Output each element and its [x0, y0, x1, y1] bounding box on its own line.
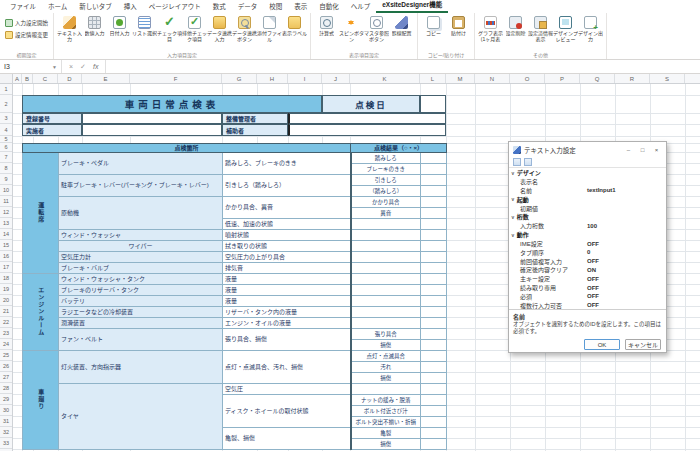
ribbon-button[interactable]: データ連携入力	[207, 15, 232, 43]
row-header[interactable]: 1	[0, 84, 12, 95]
section-cell[interactable]: 運転席	[23, 153, 59, 274]
result-extra-cell[interactable]	[421, 384, 447, 395]
column-header[interactable]: R	[615, 74, 650, 83]
column-header[interactable]: Q	[580, 74, 615, 83]
row-header[interactable]: 15	[0, 240, 12, 251]
result-header-cell[interactable]: 点検結果（○・×）	[351, 144, 447, 153]
row-header[interactable]: 30	[0, 405, 12, 416]
result-extra-cell[interactable]	[421, 230, 447, 241]
column-header[interactable]: S	[650, 74, 685, 83]
result-cell[interactable]: 異音	[351, 208, 421, 219]
dialog-title-bar[interactable]: テキスト入力設定 – □ ×	[509, 142, 666, 157]
minimize-button[interactable]: –	[623, 147, 634, 153]
ribbon-tab[interactable]: データ	[232, 0, 264, 13]
result-extra-cell[interactable]	[421, 197, 447, 208]
collapse-arrow-icon[interactable]: ∨	[511, 232, 515, 238]
result-cell[interactable]: ブレーキのきき	[351, 164, 421, 175]
item-cell[interactable]: 空気圧力計	[59, 252, 223, 263]
collapse-arrow-icon[interactable]: ∨	[511, 214, 515, 220]
row-header[interactable]: 17	[0, 262, 12, 273]
property-row[interactable]: 主キー設定OFF	[509, 274, 666, 283]
result-extra-cell[interactable]	[421, 395, 447, 406]
result-cell[interactable]: 損傷	[351, 373, 421, 384]
property-row[interactable]: 名前textInput1	[509, 186, 666, 195]
item-cell[interactable]: ファン・ベルト	[59, 329, 223, 351]
ribbon-button[interactable]: コピー	[421, 15, 446, 37]
row-header[interactable]: 33	[0, 438, 12, 449]
column-header[interactable]: O	[510, 74, 545, 83]
ribbon-button[interactable]: データ連携ボタン	[232, 15, 257, 43]
row-header[interactable]: 14	[0, 229, 12, 240]
result-cell[interactable]: 踏みしろ	[351, 153, 421, 164]
item-cell[interactable]: ウィンド・ウォッシャ	[59, 230, 223, 241]
ribbon-button[interactable]: グラフ表示(1ヶ月表示)	[478, 15, 503, 43]
ribbon-tab[interactable]: 自動化	[313, 0, 345, 13]
row-header[interactable]: 3	[0, 113, 12, 124]
ribbon-tab[interactable]: ホーム	[42, 0, 73, 13]
property-category[interactable]: ∨動作	[509, 230, 666, 239]
maximize-button[interactable]: □	[637, 147, 648, 153]
result-extra-cell[interactable]	[421, 263, 447, 274]
property-value[interactable]: 100	[584, 223, 666, 229]
row-header[interactable]: 20	[0, 295, 12, 306]
alphabetical-sort-icon[interactable]	[524, 158, 532, 166]
row-header[interactable]: 28	[0, 383, 12, 394]
result-cell[interactable]: 亀裂	[351, 428, 421, 439]
ribbon-button[interactable]: マスタ参照ボタン	[364, 15, 389, 43]
item-cell[interactable]: ラジエータなどの冷却装置	[59, 307, 223, 318]
check-point-cell[interactable]: ディスク・ホイールの取付状態	[223, 395, 351, 428]
result-cell[interactable]: 損傷	[351, 439, 421, 450]
row-header[interactable]: 29	[0, 394, 12, 405]
enter-icon[interactable]: ✓	[80, 63, 86, 71]
insert-function-icon[interactable]: fx	[93, 63, 98, 70]
item-cell[interactable]: 原動機	[59, 197, 223, 230]
result-cell[interactable]	[351, 384, 421, 395]
property-row[interactable]: 複数行入力可否OFF	[509, 301, 666, 309]
ribbon-button[interactable]: 設定情報変更	[5, 31, 48, 39]
result-extra-cell[interactable]	[421, 439, 447, 450]
column-header[interactable]: M	[446, 74, 475, 83]
ribbon-button[interactable]: 設定済情報表示	[528, 15, 553, 43]
row-header[interactable]: 32	[0, 427, 12, 438]
ribbon-tab[interactable]: ファイル	[4, 0, 42, 13]
item-cell[interactable]: ブレーキのリザーバ・タンク	[59, 285, 223, 296]
property-value[interactable]: OFF	[584, 276, 666, 282]
property-row[interactable]: IME設定OFF	[509, 239, 666, 248]
ribbon-button[interactable]: 数値入力	[82, 15, 107, 37]
result-extra-cell[interactable]	[421, 252, 447, 263]
categorized-view-icon[interactable]	[513, 158, 521, 166]
ribbon-tab[interactable]: 数式	[207, 0, 232, 13]
row-header[interactable]: 11	[0, 196, 12, 207]
check-point-cell[interactable]: リザーバ・タンク内の液量	[223, 307, 351, 318]
property-category[interactable]: ∨起動	[509, 195, 666, 204]
section-cell[interactable]: エンジンルーム	[23, 274, 59, 351]
result-cell[interactable]: 張り具合	[351, 329, 421, 340]
ribbon-button[interactable]: 計算式	[314, 15, 339, 37]
collapse-arrow-icon[interactable]: ∨	[511, 196, 515, 202]
result-cell[interactable]: 引きしろ	[351, 175, 421, 186]
result-extra-cell[interactable]	[421, 417, 447, 428]
result-extra-cell[interactable]	[421, 329, 447, 340]
result-extra-cell[interactable]	[421, 285, 447, 296]
section-cell[interactable]: 車廻り	[23, 351, 59, 450]
assistant-label-cell[interactable]: 補助者	[222, 124, 288, 136]
result-cell[interactable]	[351, 219, 421, 230]
item-cell[interactable]: ワイパー	[59, 241, 223, 252]
result-cell[interactable]	[351, 318, 421, 329]
row-header[interactable]: 27	[0, 372, 12, 383]
result-extra-cell[interactable]	[421, 362, 447, 373]
result-cell[interactable]	[351, 230, 421, 241]
result-cell[interactable]	[351, 252, 421, 263]
property-row[interactable]: 読み取り専用OFF	[509, 283, 666, 292]
empty-cell[interactable]	[420, 95, 446, 113]
column-header[interactable]: P	[545, 74, 580, 83]
property-value[interactable]: textInput1	[584, 187, 666, 193]
row-header[interactable]: 7	[0, 152, 12, 163]
result-extra-cell[interactable]	[421, 296, 447, 307]
chevron-down-icon[interactable]: ▼	[52, 64, 57, 70]
inspection-date-cell[interactable]: 点検日	[322, 95, 420, 113]
ribbon-button[interactable]: 表示ラベル	[282, 15, 307, 37]
manager-input-cell-selected[interactable]	[288, 113, 446, 124]
select-all-corner[interactable]	[0, 74, 13, 84]
result-cell[interactable]	[351, 241, 421, 252]
